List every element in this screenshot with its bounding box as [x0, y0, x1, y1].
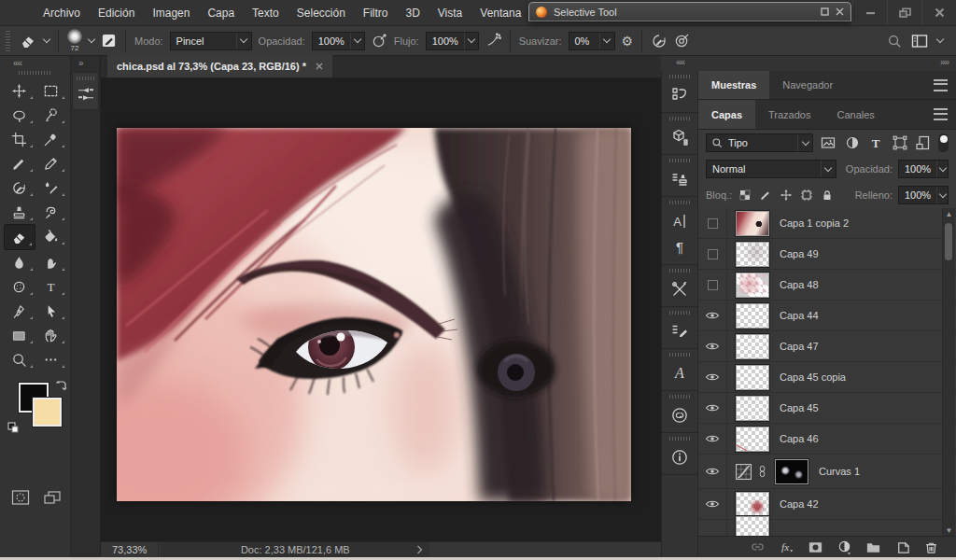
restore-icon[interactable]	[887, 0, 921, 25]
eraser-tool[interactable]	[4, 224, 35, 250]
layer-thumbnail[interactable]	[736, 516, 769, 538]
layer-row-capa-45[interactable]: Capa 45	[698, 393, 956, 424]
workspace-switcher-icon[interactable]	[911, 34, 928, 49]
layer-thumbnail[interactable]	[736, 303, 769, 329]
quick-mask-icon[interactable]	[11, 489, 30, 506]
quick-selection-tool[interactable]	[35, 103, 67, 127]
menu-3d[interactable]: 3D	[405, 7, 419, 20]
layer-name[interactable]: Capa 47	[780, 341, 819, 352]
add-mask-icon[interactable]	[808, 539, 823, 555]
scroll-down-icon[interactable]: ▼	[943, 526, 955, 535]
clone-source-panel-icon[interactable]	[662, 166, 697, 192]
panel-tab-muestras[interactable]: Muestras	[698, 71, 769, 99]
smudge-tool[interactable]	[35, 250, 67, 274]
lasso-tool[interactable]	[4, 103, 35, 127]
pressure-opacity-icon[interactable]	[372, 33, 387, 49]
visibility-eye-icon[interactable]	[698, 455, 727, 488]
menu-capa[interactable]: Capa	[207, 7, 234, 20]
layer-mask-thumbnail[interactable]	[775, 459, 808, 484]
menu-archivo[interactable]: Archivo	[43, 7, 80, 20]
swap-colors-icon[interactable]	[55, 380, 67, 392]
panel-tab-trazados[interactable]: Trazados	[755, 100, 823, 129]
toggle-brush-panel-icon[interactable]	[101, 33, 117, 49]
paint-bucket-tool[interactable]	[35, 224, 67, 248]
brush-picker-chevron-icon[interactable]	[89, 39, 94, 42]
visibility-eye-icon[interactable]	[698, 362, 727, 392]
zoom-tool[interactable]	[4, 347, 35, 371]
brush-tool[interactable]	[4, 151, 35, 175]
new-group-icon[interactable]	[865, 539, 881, 555]
toolbar-collapse-icon[interactable]: ««	[13, 58, 21, 68]
dock-collapse-left-icon[interactable]: ««	[676, 57, 684, 67]
layer-row-capa-46[interactable]: Capa 46	[698, 424, 956, 455]
clone-stamp-tool[interactable]	[4, 200, 35, 224]
layer-effects-icon[interactable]: fx	[779, 539, 794, 555]
selective-tool-maximize-icon[interactable]	[821, 7, 829, 16]
menu-seleccion[interactable]: Selección	[297, 7, 345, 20]
airbrush-icon[interactable]	[485, 33, 501, 49]
smoothing-select[interactable]: 0%	[569, 32, 615, 50]
lock-move-icon[interactable]	[779, 186, 794, 204]
layer-row-capa-47[interactable]: Capa 47	[698, 331, 956, 362]
lock-paint-icon[interactable]	[758, 186, 773, 204]
filter-shape-layers-icon[interactable]	[891, 133, 909, 152]
menu-filtro[interactable]: Filtro	[363, 7, 388, 20]
dock-collapse-right-icon[interactable]: »»	[940, 57, 949, 67]
move-tool[interactable]	[4, 78, 35, 103]
layer-thumbnail[interactable]	[736, 427, 769, 452]
layer-thumbnail[interactable]	[736, 492, 769, 517]
layer-row-capa-49[interactable]: Capa 49	[698, 239, 956, 270]
tool-presets-panel-icon[interactable]	[662, 276, 697, 302]
lock-transparency-icon[interactable]	[738, 186, 752, 204]
tool-preset-chevron-icon[interactable]	[44, 39, 49, 42]
canvas-artwork[interactable]	[117, 128, 631, 501]
layer-row-curvas-1[interactable]: Curvas 1	[698, 455, 956, 489]
workspace-chevron-icon[interactable]	[937, 39, 943, 42]
doc-size-indicator[interactable]: Doc: 2,33 MB/121,6 MB	[161, 542, 429, 558]
layer-thumbnail[interactable]	[736, 365, 769, 390]
selective-tool-close-icon[interactable]	[836, 7, 844, 16]
menu-imagen[interactable]: Imagen	[152, 7, 190, 20]
sponge-tool[interactable]	[4, 274, 35, 299]
opacity-select[interactable]: 100%	[312, 32, 365, 50]
layer-thumbnail[interactable]	[736, 211, 769, 236]
eyedropper-tool[interactable]	[35, 127, 67, 151]
layer-opacity-select[interactable]: 100%	[898, 160, 949, 178]
paragraph-panel-icon[interactable]: ¶	[662, 234, 697, 260]
pencil-tool[interactable]	[35, 151, 67, 175]
screen-mode-icon[interactable]	[43, 489, 62, 506]
layer-name[interactable]: Capa 49	[780, 248, 819, 259]
layer-row-capa-48[interactable]: Capa 48	[698, 270, 956, 301]
art-history-brush-tool[interactable]	[35, 200, 67, 224]
search-icon[interactable]	[887, 34, 902, 49]
brush-preset-picker[interactable]: 72	[67, 29, 82, 52]
mode-select[interactable]: Pincel	[170, 32, 252, 50]
document-tab[interactable]: chica.psd al 73,3% (Capa 23, RGB/16) *	[107, 55, 332, 77]
visibility-hidden-box[interactable]	[698, 239, 727, 269]
layer-filter-select[interactable]: Tipo	[706, 133, 813, 152]
layer-row-capa-44[interactable]: Capa 44	[698, 301, 956, 331]
blend-mode-select[interactable]: Normal	[706, 160, 836, 178]
materials-panel-icon[interactable]	[662, 124, 697, 150]
layer-thumbnail[interactable]	[736, 396, 769, 421]
swatches-panel-menu-icon[interactable]	[934, 71, 956, 99]
visibility-hidden-box[interactable]	[698, 208, 727, 238]
menu-texto[interactable]: Texto	[252, 7, 279, 20]
toolbar-grip[interactable]	[19, 71, 51, 75]
type-tool[interactable]: T	[35, 274, 67, 299]
brush-presets-collapsed-panel[interactable]	[72, 72, 99, 110]
filter-smart-objects-icon[interactable]	[915, 133, 934, 152]
layers-scrollbar[interactable]: ▲ ▼	[942, 208, 955, 537]
lock-all-icon[interactable]	[820, 186, 835, 204]
flow-select[interactable]: 100%	[426, 32, 479, 50]
layer-name[interactable]: Curvas 1	[819, 466, 860, 477]
history-panel-icon[interactable]	[662, 82, 697, 108]
new-layer-icon[interactable]	[894, 539, 910, 555]
info-panel-icon[interactable]	[662, 444, 697, 470]
marquee-tool[interactable]	[35, 78, 67, 103]
link-layers-icon[interactable]	[750, 539, 766, 555]
more-tools[interactable]	[35, 347, 67, 371]
document-tab-close-icon[interactable]	[316, 63, 323, 70]
default-colors-icon[interactable]	[7, 422, 19, 433]
layer-name[interactable]: Capa 46	[780, 433, 819, 444]
